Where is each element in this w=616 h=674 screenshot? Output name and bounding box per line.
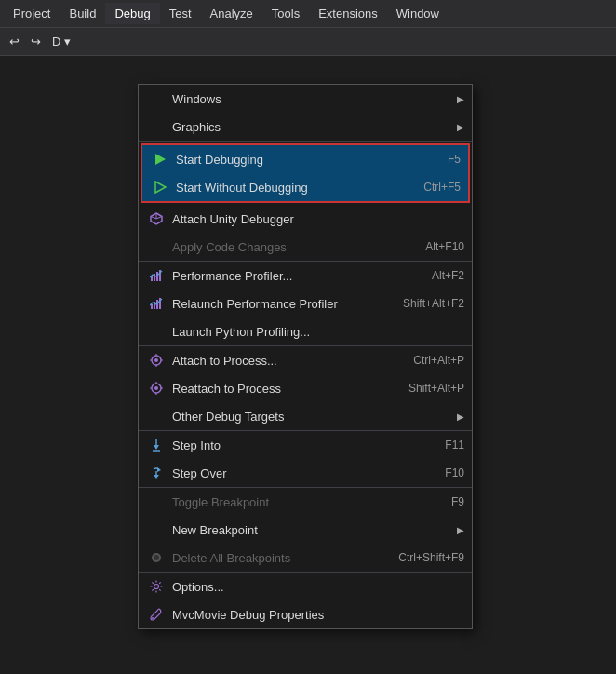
menu-item-attach-unity[interactable]: Attach Unity Debugger <box>139 205 472 233</box>
redo-button[interactable]: ↪ <box>25 33 47 50</box>
new-breakpoint-icon <box>146 520 167 539</box>
launch-python-icon <box>146 322 167 341</box>
menu-item-delete-breakpoints[interactable]: Delete All Breakpoints Ctrl+Shift+F9 <box>139 544 472 573</box>
svg-rect-6 <box>151 276 153 281</box>
menu-item-other-targets[interactable]: Other Debug Targets ▶ <box>139 402 472 431</box>
play-outline-icon <box>150 178 170 196</box>
svg-point-33 <box>154 555 159 560</box>
step-into-icon <box>146 436 167 454</box>
menu-item-graphics[interactable]: Graphics ▶ <box>139 113 472 142</box>
cube-icon <box>146 209 167 228</box>
svg-marker-1 <box>155 182 166 193</box>
menu-item-launch-python[interactable]: Launch Python Profiling... <box>139 317 472 346</box>
svg-point-34 <box>154 585 159 589</box>
graphics-icon <box>146 117 167 136</box>
svg-marker-0 <box>155 154 166 165</box>
start-debugging-label: Start Debugging <box>176 153 429 167</box>
perf-icon <box>146 266 167 285</box>
step-into-label: Step Into <box>172 438 426 452</box>
step-over-shortcut: F10 <box>445 466 464 479</box>
menubar-item-debug[interactable]: Debug <box>105 3 159 24</box>
windows-icon <box>146 89 167 108</box>
play-icon <box>150 150 170 168</box>
menubar-item-analyze[interactable]: Analyze <box>201 3 262 24</box>
menu-item-options[interactable]: Options... <box>139 573 472 600</box>
attach-process-label: Attach to Process... <box>172 354 395 368</box>
undo-button[interactable]: ↩ <box>4 33 25 50</box>
attach-process-shortcut: Ctrl+Alt+P <box>413 354 464 367</box>
menubar-item-test[interactable]: Test <box>160 3 201 24</box>
menu-item-step-into[interactable]: Step Into F11 <box>139 431 472 459</box>
toolbar: ↩ ↪ D ▾ <box>0 28 616 56</box>
wrench-icon <box>146 605 167 624</box>
toggle-breakpoint-shortcut: F9 <box>451 495 464 508</box>
delete-breakpoints-label: Delete All Breakpoints <box>172 551 380 565</box>
options-label: Options... <box>172 580 464 594</box>
apply-code-shortcut: Alt+F10 <box>425 240 464 253</box>
attach-process-icon <box>146 351 167 370</box>
menu-item-toggle-breakpoint[interactable]: Toggle Breakpoint F9 <box>139 488 472 516</box>
menu-item-windows[interactable]: Windows ▶ <box>139 85 472 113</box>
apply-code-icon <box>146 237 167 256</box>
menu-item-step-over[interactable]: Step Over F10 <box>139 459 472 488</box>
svg-point-15 <box>154 358 158 362</box>
attach-unity-label: Attach Unity Debugger <box>172 212 464 226</box>
menu-item-reattach-process[interactable]: Reattach to Process Shift+Alt+P <box>139 374 472 402</box>
menubar-item-project[interactable]: Project <box>4 3 60 24</box>
menu-item-perf-profiler[interactable]: Performance Profiler... Alt+F2 <box>139 262 472 290</box>
windows-label: Windows <box>172 92 449 106</box>
other-targets-label: Other Debug Targets <box>172 410 449 424</box>
svg-point-35 <box>152 617 154 619</box>
svg-rect-10 <box>151 304 153 309</box>
debug-dropdown-menu: Windows ▶ Graphics ▶ Start Debugging F5 <box>138 84 473 629</box>
apply-code-label: Apply Code Changes <box>172 240 407 254</box>
menubar: Project Build Debug Test Analyze Tools E… <box>0 0 616 28</box>
delete-breakpoints-shortcut: Ctrl+Shift+F9 <box>398 551 464 564</box>
menu-item-new-breakpoint[interactable]: New Breakpoint ▶ <box>139 516 472 544</box>
toggle-breakpoint-label: Toggle Breakpoint <box>172 495 433 509</box>
start-debugging-shortcut: F5 <box>448 153 461 166</box>
menu-item-start-debugging[interactable]: Start Debugging F5 <box>142 145 468 173</box>
reattach-process-label: Reattach to Process <box>172 382 390 396</box>
svg-point-21 <box>154 386 158 390</box>
step-into-shortcut: F11 <box>445 438 464 452</box>
start-without-debugging-label: Start Without Debugging <box>176 181 405 195</box>
graphics-label: Graphics <box>172 120 449 134</box>
menu-item-attach-process[interactable]: Attach to Process... Ctrl+Alt+P <box>139 346 472 374</box>
new-breakpoint-arrow: ▶ <box>457 525 464 535</box>
svg-marker-27 <box>154 445 159 450</box>
reattach-process-shortcut: Shift+Alt+P <box>408 382 464 395</box>
relaunch-perf-label: Relaunch Performance Profiler <box>172 297 384 311</box>
launch-python-label: Launch Python Profiling... <box>172 325 464 339</box>
menubar-item-tools[interactable]: Tools <box>262 3 309 24</box>
relaunch-perf-shortcut: Shift+Alt+F2 <box>403 297 464 310</box>
graphics-arrow: ▶ <box>457 122 464 132</box>
menubar-item-window[interactable]: Window <box>387 3 449 24</box>
options-gear-icon <box>146 577 167 596</box>
perf-profiler-label: Performance Profiler... <box>172 269 413 283</box>
menu-item-mvc-debug[interactable]: MvcMovie Debug Properties <box>139 600 472 628</box>
debug-target-selector[interactable]: D ▾ <box>47 33 76 50</box>
delete-breakpoints-icon <box>146 548 167 567</box>
step-over-icon <box>146 464 167 482</box>
menu-item-relaunch-perf[interactable]: Relaunch Performance Profiler Shift+Alt+… <box>139 290 472 317</box>
step-over-label: Step Over <box>172 466 426 480</box>
toggle-breakpoint-icon <box>146 492 167 511</box>
menubar-item-build[interactable]: Build <box>60 3 105 24</box>
other-targets-icon <box>146 407 167 425</box>
svg-marker-31 <box>154 475 159 479</box>
start-without-debugging-shortcut: Ctrl+F5 <box>423 181 461 194</box>
relaunch-perf-icon <box>146 294 167 313</box>
menu-item-start-without-debugging[interactable]: Start Without Debugging Ctrl+F5 <box>142 173 468 201</box>
menubar-item-extensions[interactable]: Extensions <box>309 3 387 24</box>
reattach-process-icon <box>146 379 167 398</box>
new-breakpoint-label: New Breakpoint <box>172 523 449 537</box>
mvc-debug-label: MvcMovie Debug Properties <box>172 608 464 622</box>
perf-profiler-shortcut: Alt+F2 <box>432 269 464 282</box>
other-targets-arrow: ▶ <box>457 411 464 422</box>
svg-line-4 <box>151 217 156 220</box>
windows-arrow: ▶ <box>457 94 464 104</box>
svg-line-5 <box>156 217 162 220</box>
menu-item-apply-code[interactable]: Apply Code Changes Alt+F10 <box>139 233 472 262</box>
svg-marker-29 <box>157 467 161 472</box>
